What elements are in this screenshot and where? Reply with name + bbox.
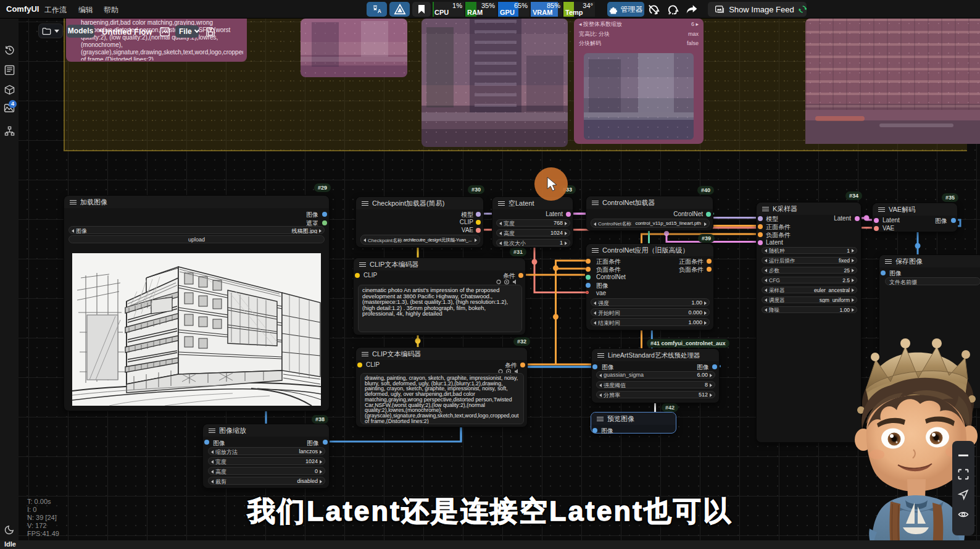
svg-text:A: A — [377, 9, 381, 14]
